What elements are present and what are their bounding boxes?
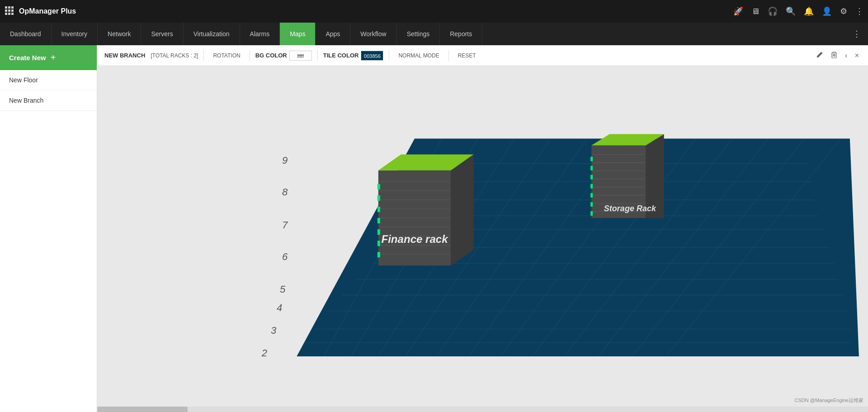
create-new-button[interactable]: Create New + bbox=[0, 45, 97, 70]
headset-icon[interactable]: 🎧 bbox=[768, 6, 778, 16]
toolbar: NEW BRANCH [TOTAL RACKS : 2] ROTATION BG… bbox=[97, 45, 868, 66]
top-nav-icons: 🚀 🖥 🎧 🔍 🔔 👤 ⚙ ⋮ bbox=[733, 6, 863, 16]
delete-icon[interactable] bbox=[829, 49, 840, 62]
bell-icon[interactable]: 🔔 bbox=[804, 6, 814, 16]
separator-4 bbox=[389, 50, 389, 61]
svg-rect-5 bbox=[11, 9, 14, 12]
rotation-button[interactable]: ROTATION bbox=[209, 51, 244, 61]
menu-bar: Dashboard Inventory Network Servers Virt… bbox=[0, 23, 868, 45]
row-5: 5 bbox=[280, 284, 286, 295]
separator-1 bbox=[203, 50, 204, 61]
svg-rect-2 bbox=[11, 6, 14, 9]
svg-rect-7 bbox=[8, 13, 10, 15]
svg-rect-8 bbox=[11, 13, 14, 15]
menu-item-alarms[interactable]: Alarms bbox=[240, 23, 280, 45]
reset-button[interactable]: RESET bbox=[454, 51, 480, 61]
grid-icon[interactable] bbox=[5, 6, 14, 17]
svg-rect-59 bbox=[590, 157, 593, 161]
user-icon[interactable]: 👤 bbox=[822, 6, 832, 16]
storage-rack-label: Storage Rack bbox=[604, 204, 656, 213]
scrollbar-thumb[interactable] bbox=[97, 407, 188, 412]
edit-icon[interactable] bbox=[814, 49, 825, 62]
menu-item-maps[interactable]: Maps bbox=[280, 23, 316, 45]
app-title: OpManager Plus bbox=[19, 7, 733, 15]
branch-name-label: NEW BRANCH bbox=[104, 52, 145, 59]
content-area: NEW BRANCH [TOTAL RACKS : 2] ROTATION BG… bbox=[97, 45, 868, 412]
svg-rect-4 bbox=[8, 9, 10, 12]
tile-color-group: TILE COLOR 003856 bbox=[323, 51, 384, 61]
separator-5 bbox=[448, 50, 449, 61]
toolbar-action-icons: ‹ × bbox=[814, 49, 861, 62]
menu-item-network[interactable]: Network bbox=[98, 23, 141, 45]
sidebar: Create New + New Floor New Branch bbox=[0, 45, 97, 412]
separator-2 bbox=[250, 50, 250, 61]
menu-item-apps[interactable]: Apps bbox=[316, 23, 350, 45]
tile-color-label: TILE COLOR bbox=[323, 52, 359, 59]
svg-rect-1 bbox=[8, 6, 10, 9]
svg-rect-0 bbox=[5, 6, 7, 9]
svg-rect-62 bbox=[590, 184, 593, 189]
gear-icon[interactable]: ⚙ bbox=[840, 6, 847, 16]
finance-rack-side bbox=[451, 155, 473, 266]
menu-more-icon[interactable]: ⋮ bbox=[845, 23, 868, 45]
normal-mode-button[interactable]: NORMAL MODE bbox=[395, 51, 443, 61]
svg-rect-44 bbox=[377, 184, 380, 189]
svg-rect-49 bbox=[377, 241, 380, 246]
svg-rect-6 bbox=[5, 13, 7, 15]
monitor-icon[interactable]: 🖥 bbox=[751, 7, 760, 16]
row-6: 6 bbox=[282, 251, 288, 262]
prev-icon[interactable]: ‹ bbox=[843, 50, 849, 62]
svg-rect-47 bbox=[377, 218, 380, 223]
bg-color-label: BG COLOR bbox=[255, 52, 287, 59]
finance-rack-label: Finance rack bbox=[381, 233, 448, 245]
search-icon[interactable]: 🔍 bbox=[786, 6, 796, 16]
menu-item-servers[interactable]: Servers bbox=[141, 23, 183, 45]
svg-rect-48 bbox=[377, 229, 380, 235]
close-icon[interactable]: × bbox=[853, 50, 861, 62]
svg-rect-61 bbox=[590, 175, 593, 180]
svg-rect-46 bbox=[377, 207, 380, 212]
floor-svg: 9 8 7 6 5 4 3 2 bbox=[97, 66, 868, 407]
bg-color-box[interactable]: fffff bbox=[289, 51, 312, 61]
svg-rect-50 bbox=[377, 252, 380, 257]
menu-item-reports[interactable]: Reports bbox=[440, 23, 482, 45]
svg-rect-63 bbox=[590, 193, 593, 198]
menu-item-settings[interactable]: Settings bbox=[397, 23, 440, 45]
more-vert-icon[interactable]: ⋮ bbox=[855, 6, 863, 16]
sidebar-item-new-floor[interactable]: New Floor bbox=[0, 70, 97, 90]
plus-icon: + bbox=[51, 52, 56, 63]
svg-rect-60 bbox=[590, 166, 593, 170]
create-new-label: Create New bbox=[9, 54, 46, 62]
row-4: 4 bbox=[277, 302, 282, 313]
menu-item-virtualization[interactable]: Virtualization bbox=[184, 23, 240, 45]
svg-rect-65 bbox=[590, 211, 593, 216]
row-3: 3 bbox=[271, 325, 277, 336]
svg-rect-3 bbox=[5, 9, 7, 12]
main-layout: Create New + New Floor New Branch NEW BR… bbox=[0, 45, 868, 412]
sidebar-item-new-branch[interactable]: New Branch bbox=[0, 90, 97, 111]
menu-item-inventory[interactable]: Inventory bbox=[52, 23, 98, 45]
row-7: 7 bbox=[282, 219, 288, 231]
rocket-icon[interactable]: 🚀 bbox=[733, 6, 743, 16]
menu-item-workflow[interactable]: Workflow bbox=[350, 23, 396, 45]
row-9: 9 bbox=[282, 155, 288, 166]
tile-color-box[interactable]: 003856 bbox=[361, 51, 383, 61]
menu-item-dashboard[interactable]: Dashboard bbox=[0, 23, 52, 45]
row-8: 8 bbox=[282, 186, 288, 198]
svg-rect-64 bbox=[590, 202, 593, 207]
top-nav: OpManager Plus 🚀 🖥 🎧 🔍 🔔 👤 ⚙ ⋮ bbox=[0, 0, 868, 23]
horizontal-scrollbar[interactable] bbox=[97, 407, 868, 412]
bg-color-group: BG COLOR fffff bbox=[255, 51, 312, 61]
separator-3 bbox=[317, 50, 318, 61]
total-racks-badge: [TOTAL RACKS : 2] bbox=[151, 52, 198, 59]
svg-rect-45 bbox=[377, 195, 380, 201]
3d-viewport: 9 8 7 6 5 4 3 2 bbox=[97, 66, 868, 407]
row-2: 2 bbox=[261, 347, 267, 359]
